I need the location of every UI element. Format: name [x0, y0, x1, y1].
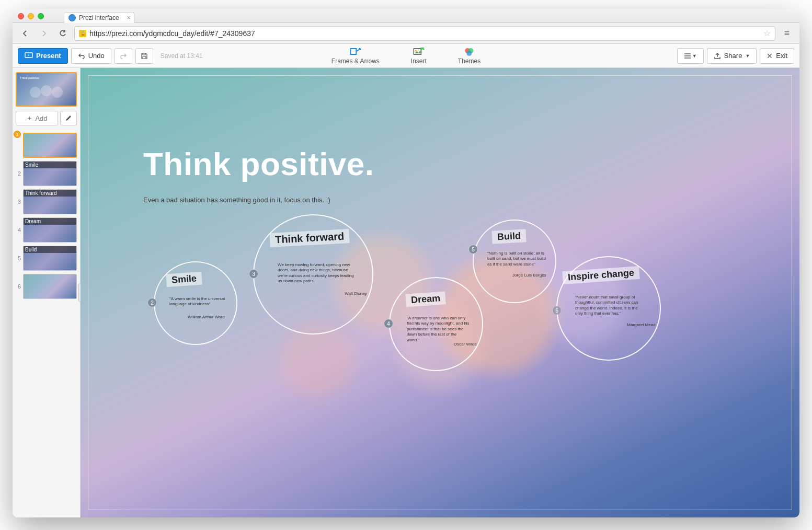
frames-arrows-label: Frames & Arrows — [331, 57, 380, 65]
mac-traffic-lights[interactable] — [18, 13, 44, 19]
frame-badge: 1 — [14, 131, 21, 138]
options-menu-button[interactable]: ▼ — [677, 48, 704, 64]
address-bar[interactable]: 🔒 https://prezi.com/ydgmcdcu_day/edit/#7… — [74, 26, 775, 41]
exit-label: Exit — [776, 52, 787, 60]
redo-icon — [120, 52, 127, 60]
bubble-inspire-change[interactable]: Inspire change "Never doubt that small g… — [556, 256, 661, 361]
svg-rect-1 — [350, 49, 356, 54]
share-icon — [714, 52, 721, 60]
frame-thumbnail[interactable]: Dream — [23, 217, 77, 243]
insert-label: Insert — [411, 57, 427, 65]
forward-button[interactable] — [37, 26, 51, 41]
bubble-label: Smile — [166, 272, 202, 287]
save-icon — [141, 52, 148, 60]
frame-number: 6 — [16, 283, 21, 290]
bubble-think-forward[interactable]: Think forward We keep moving forward, op… — [253, 214, 373, 335]
share-button[interactable]: Share ▼ — [707, 48, 757, 64]
step-badge-4: 4 — [384, 319, 393, 328]
present-icon — [25, 52, 33, 60]
frame-item-3[interactable]: 3 Think forward — [16, 189, 77, 214]
step-badge-3: 3 — [249, 269, 258, 279]
minimize-window-icon[interactable] — [28, 13, 34, 19]
frame-item-1[interactable] — [16, 133, 77, 158]
save-button[interactable] — [135, 48, 153, 64]
add-label: Add — [35, 114, 47, 122]
frame-thumbnail[interactable]: Build — [23, 246, 77, 271]
back-button[interactable] — [18, 26, 32, 41]
title-block[interactable]: Think positive. Even a bad situation has… — [143, 145, 374, 204]
bookmark-star-icon[interactable]: ☆ — [763, 28, 771, 38]
frames-arrows-button[interactable]: Frames & Arrows — [331, 47, 380, 65]
reload-button[interactable] — [55, 26, 70, 41]
bubble-label: Think forward — [269, 229, 349, 247]
frame-thumbnail[interactable] — [23, 274, 77, 299]
frame-number: 4 — [16, 227, 21, 233]
frame-thumbnail[interactable]: Think forward — [23, 189, 77, 214]
bubble-body: "A dreamer is one who can only find his … — [407, 316, 470, 343]
bubble-smile[interactable]: Smile "A warm smile is the universal lan… — [154, 261, 237, 345]
bubble-body: "Nothing is built on stone; all is built… — [487, 251, 546, 267]
browser-tab-title: Prezi interface — [79, 14, 119, 21]
bubble-build[interactable]: Build "Nothing is built on stone; all is… — [473, 220, 556, 303]
insert-button[interactable]: Insert — [411, 47, 427, 65]
canvas[interactable]: Think positive. Even a bad situation has… — [81, 68, 799, 517]
redo-button[interactable] — [115, 48, 132, 64]
frame-label: Smile — [24, 162, 76, 168]
close-window-icon[interactable] — [18, 13, 24, 19]
present-button[interactable]: Present — [18, 48, 68, 64]
svg-point-7 — [467, 51, 472, 56]
frame-number: 5 — [16, 255, 21, 261]
browser-tab[interactable]: Prezi interface × — [64, 12, 134, 23]
themes-icon — [464, 47, 475, 56]
svg-point-3 — [415, 50, 416, 51]
insert-icon — [413, 47, 425, 56]
svg-rect-4 — [420, 48, 424, 50]
mac-window: Prezi interface × 🔒 https://prezi.com/yd… — [13, 9, 799, 517]
prezi-favicon-icon — [68, 14, 76, 21]
frame-label: Dream — [24, 218, 76, 225]
step-badge-6: 6 — [552, 306, 562, 315]
mac-titlebar: Prezi interface × — [13, 9, 799, 23]
app-toolbar: Present Undo Saved at 13:41 Frames & Arr… — [13, 44, 799, 68]
frame-item-2[interactable]: 2 Smile — [16, 161, 77, 186]
toolbar-right: ▼ Share ▼ ✕ Exit — [677, 48, 794, 64]
frame-item-5[interactable]: 5 Build — [16, 246, 77, 271]
overview-thumbnail[interactable]: Think positive. — [16, 72, 77, 107]
frame-thumbnail[interactable] — [23, 133, 77, 158]
undo-label: Undo — [88, 52, 105, 60]
undo-button[interactable]: Undo — [71, 48, 111, 64]
bubble-body: We keep moving forward, opening new door… — [278, 262, 354, 284]
bubble-author: Jorge Luis Borges — [497, 273, 546, 278]
browser-menu-button[interactable]: ≡ — [780, 26, 794, 41]
step-badge-2: 2 — [147, 298, 157, 307]
themes-button[interactable]: Themes — [458, 47, 481, 65]
bubble-label: Dream — [405, 291, 446, 307]
frame-number: 3 — [16, 199, 21, 205]
bubble-author: Margaret Mead — [594, 322, 656, 327]
add-frame-button[interactable]: ＋ Add — [16, 111, 58, 125]
save-status: Saved at 13:41 — [161, 52, 203, 60]
edit-path-button[interactable] — [60, 111, 77, 125]
canvas-title: Think positive. — [143, 145, 374, 182]
bubble-dream[interactable]: Dream "A dreamer is one who can only fin… — [389, 277, 483, 371]
sidebar: Think positive. ＋ Add 1 — [13, 68, 81, 517]
frame-item-4[interactable]: 4 Dream — [16, 217, 77, 243]
present-label: Present — [36, 52, 61, 60]
frame-label: Think forward — [24, 190, 76, 197]
bubble-body: "A warm smile is the universal language … — [169, 296, 226, 307]
bubble-label: Inspire change — [562, 266, 639, 284]
share-label: Share — [724, 52, 742, 60]
toolbar-center: Frames & Arrows Insert Themes — [331, 47, 481, 65]
frame-thumbnail[interactable]: Smile — [23, 161, 77, 186]
chevron-down-icon: ▼ — [692, 53, 697, 59]
address-bar-url: https://prezi.com/ydgmcdcu_day/edit/#7_2… — [89, 29, 255, 38]
zoom-window-icon[interactable] — [38, 13, 44, 19]
frame-item-6[interactable]: 6 — [16, 274, 77, 299]
exit-button[interactable]: ✕ Exit — [760, 48, 794, 64]
step-badge-5: 5 — [468, 245, 478, 254]
close-tab-icon[interactable]: × — [127, 14, 131, 21]
chevron-down-icon: ▼ — [745, 53, 750, 59]
sidebar-tools: ＋ Add — [16, 111, 77, 125]
plus-icon: ＋ — [26, 113, 33, 123]
frame-number: 2 — [16, 170, 21, 177]
